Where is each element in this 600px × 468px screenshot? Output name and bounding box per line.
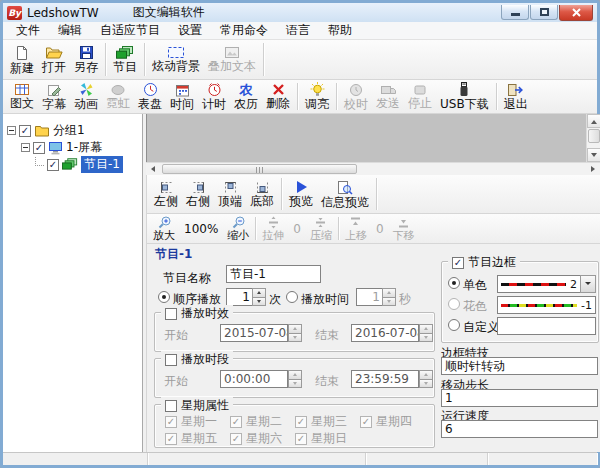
vertical-scroll-thumb[interactable]: [588, 129, 600, 143]
vertical-scrollbar[interactable]: [586, 114, 600, 162]
menu-adaptive-program[interactable]: 自适应节目: [91, 22, 169, 39]
collapse-icon[interactable]: [7, 126, 16, 135]
single-color-label[interactable]: 单色: [463, 277, 487, 294]
custom-color-label[interactable]: 自定义: [463, 319, 499, 336]
file-toolbar: 新建 打开 另存 节目 炫动背景 叠加文本: [3, 40, 597, 80]
scroll-down-button[interactable]: [587, 148, 600, 162]
menu-help[interactable]: 帮助: [319, 22, 361, 39]
tree-screen-label[interactable]: 1-屏幕: [66, 139, 102, 156]
run-speed-input[interactable]: 6: [441, 420, 598, 438]
neon-icon: [110, 84, 126, 96]
usb-download-button[interactable]: USB下载: [436, 80, 493, 113]
menu-edit[interactable]: 编辑: [49, 22, 91, 39]
scroll-right-button[interactable]: [587, 163, 600, 175]
align-right-button[interactable]: 右侧: [182, 175, 214, 213]
zoom-toolbar: 放大 100% 缩小 拉伸 0 压缩 上移 0 下移: [146, 214, 600, 244]
valid-period-label: 播放时效: [181, 305, 229, 322]
menu-file[interactable]: 文件: [7, 22, 49, 39]
document-title: 图文编辑软件: [133, 4, 205, 21]
multi-border-swatch: [501, 304, 577, 307]
tree-program-label[interactable]: 节目-1: [81, 156, 123, 173]
weekday-group-checkbox[interactable]: [165, 400, 177, 412]
exit-button[interactable]: 退出: [500, 80, 532, 113]
horizontal-scroll-thumb[interactable]: [162, 164, 357, 174]
status-cell: [3, 453, 148, 465]
minimize-button[interactable]: [501, 5, 529, 20]
calibrate-time-button: 校时: [340, 80, 372, 113]
play-timeslot-label: 播放时段: [181, 351, 229, 368]
timed-count-spinner: 1: [356, 288, 396, 306]
spin-down-button: [382, 298, 396, 307]
program-name-input[interactable]: 节目-1: [226, 265, 321, 283]
brightness-button[interactable]: 调亮: [301, 80, 333, 113]
magnifier-doc-icon: [337, 180, 353, 195]
sequence-play-radio[interactable]: [158, 291, 170, 303]
screen-tree-panel: ✓ 分组1 ✓ 1-屏幕 ✓ 节目-1: [3, 114, 143, 452]
period-start-input: 0:00:00: [220, 370, 288, 388]
sequence-count-spinner[interactable]: 1: [226, 288, 266, 306]
valid-end-label: 结束: [315, 327, 339, 344]
spin-up-button[interactable]: [252, 288, 266, 298]
brightness-bulb-icon: [310, 82, 325, 97]
open-button[interactable]: 打开: [38, 40, 70, 79]
menu-settings[interactable]: 设置: [169, 22, 211, 39]
dial-button[interactable]: 表盘: [134, 80, 166, 113]
align-top-button[interactable]: 顶端: [214, 175, 246, 213]
spin-down-button[interactable]: [252, 298, 266, 307]
scroll-up-button[interactable]: [587, 114, 600, 128]
close-button[interactable]: [559, 5, 593, 21]
border-effect-input[interactable]: 顺时针转动: [441, 357, 598, 375]
group-checkbox[interactable]: ✓: [19, 125, 31, 137]
timed-play-label[interactable]: 播放时间: [301, 291, 349, 308]
subtitle-button[interactable]: 字幕: [38, 80, 70, 113]
status-bar: [3, 452, 597, 465]
lunar-button[interactable]: 农 农历: [230, 80, 262, 113]
time-button[interactable]: 时间: [166, 80, 198, 113]
align-bottom-button[interactable]: 底部: [246, 175, 278, 213]
screen-checkbox[interactable]: ✓: [33, 142, 45, 154]
tree-item-group[interactable]: ✓ 分组1: [7, 122, 142, 139]
toolbar-separator: [105, 43, 106, 76]
tree-group-label[interactable]: 分组1: [53, 122, 85, 139]
tree-item-screen[interactable]: ✓ 1-屏幕: [7, 139, 142, 156]
combo-dropdown-button[interactable]: [580, 275, 596, 293]
timer-button[interactable]: 计时: [198, 80, 230, 113]
weekday-monday: ✓星期一: [165, 413, 217, 430]
preview-button[interactable]: 预览: [285, 175, 317, 213]
move-step-input[interactable]: 1: [441, 389, 598, 407]
menu-language[interactable]: 语言: [277, 22, 319, 39]
single-color-radio[interactable]: [448, 277, 460, 289]
program-border-checkbox[interactable]: ✓: [452, 257, 464, 269]
compress-button: 压缩: [307, 214, 335, 243]
single-color-combo[interactable]: 2: [497, 275, 596, 293]
play-timeslot-checkbox[interactable]: [165, 354, 177, 366]
zoom-in-button[interactable]: 放大: [150, 214, 178, 243]
status-cell: [488, 453, 597, 465]
horizontal-scrollbar[interactable]: [146, 162, 600, 175]
graphic-text-button[interactable]: 图文: [6, 80, 38, 113]
zoom-out-button[interactable]: 缩小: [224, 214, 252, 243]
app-logo-icon: By: [7, 6, 22, 20]
timed-play-radio[interactable]: [286, 291, 298, 303]
valid-period-checkbox[interactable]: [165, 308, 177, 320]
new-button[interactable]: 新建: [6, 40, 38, 79]
save-as-button[interactable]: 另存: [70, 40, 102, 79]
align-right-icon: [191, 181, 206, 194]
tree-item-program[interactable]: ✓ 节目-1: [7, 156, 142, 173]
program-checkbox[interactable]: ✓: [47, 159, 59, 171]
dazzle-background-button[interactable]: 炫动背景: [148, 40, 204, 79]
info-preview-button[interactable]: 信息预览: [317, 175, 373, 213]
scroll-left-button[interactable]: [146, 163, 159, 175]
animation-button[interactable]: 动画: [70, 80, 102, 113]
menu-common-commands[interactable]: 常用命令: [211, 22, 277, 39]
maximize-button[interactable]: [530, 5, 558, 20]
stretch-icon: [267, 216, 280, 229]
delete-button[interactable]: 删除: [262, 80, 294, 113]
program-button[interactable]: 节目: [109, 40, 141, 79]
collapse-icon[interactable]: [21, 143, 30, 152]
lunar-icon: 农: [240, 83, 253, 97]
animation-icon: [79, 82, 94, 97]
custom-color-radio[interactable]: [448, 319, 460, 331]
screen-preview-area[interactable]: [146, 114, 600, 162]
align-left-button[interactable]: 左侧: [150, 175, 182, 213]
